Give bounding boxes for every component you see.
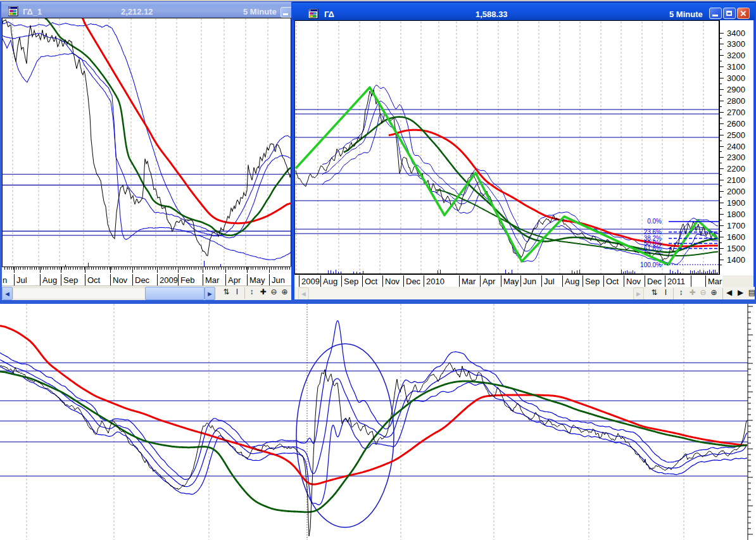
- svg-text:0.0%: 0.0%: [647, 218, 662, 225]
- svg-text:61.8%: 61.8%: [644, 245, 662, 252]
- svg-text:100.0%: 100.0%: [640, 261, 662, 268]
